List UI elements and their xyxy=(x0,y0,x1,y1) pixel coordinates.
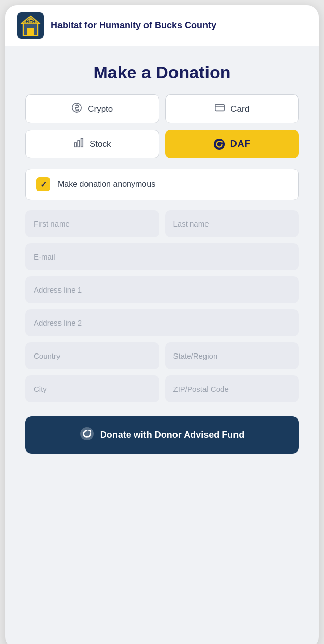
svg-rect-15 xyxy=(81,139,83,147)
svg-rect-13 xyxy=(75,143,77,147)
svg-rect-3 xyxy=(27,28,34,36)
first-name-input[interactable] xyxy=(25,210,159,237)
city-input[interactable] xyxy=(25,375,159,402)
bitcoin-icon xyxy=(71,102,82,116)
chart-icon xyxy=(73,137,84,151)
page-title: Make a Donation xyxy=(25,62,299,82)
app-container: HFH Habitat for Humanity of Bucks County… xyxy=(5,5,319,644)
header: HFH Habitat for Humanity of Bucks County xyxy=(5,5,319,46)
crypto-button[interactable]: Crypto xyxy=(25,94,159,123)
check-icon: ✓ xyxy=(40,180,47,189)
submit-daf-icon xyxy=(80,427,94,443)
stock-label: Stock xyxy=(90,139,111,149)
daf-label: DAF xyxy=(230,139,251,149)
submit-label: Donate with Donor Advised Fund xyxy=(100,430,244,440)
svg-text:HFH: HFH xyxy=(26,19,36,24)
last-name-input[interactable] xyxy=(165,210,299,237)
svg-rect-14 xyxy=(78,140,80,147)
svg-rect-11 xyxy=(215,105,224,111)
payment-methods: Crypto Card xyxy=(25,94,299,158)
donation-form xyxy=(25,210,299,402)
svg-point-16 xyxy=(214,138,225,149)
crypto-label: Crypto xyxy=(87,104,113,114)
org-name: Habitat for Humanity of Bucks County xyxy=(51,20,216,31)
card-icon xyxy=(214,102,225,116)
city-zip-row xyxy=(25,375,299,402)
anonymous-toggle[interactable]: ✓ Make donation anonymous xyxy=(25,169,299,200)
zip-input[interactable] xyxy=(165,375,299,402)
anonymous-label: Make donation anonymous xyxy=(57,180,155,189)
name-row xyxy=(25,210,299,237)
stock-button[interactable]: Stock xyxy=(25,130,159,158)
daf-button[interactable]: DAF xyxy=(165,130,299,158)
svg-point-17 xyxy=(80,427,94,440)
address2-input[interactable] xyxy=(25,309,299,336)
card-label: Card xyxy=(230,104,249,114)
state-input[interactable] xyxy=(165,342,299,369)
country-state-row xyxy=(25,342,299,369)
org-logo: HFH xyxy=(17,12,44,39)
daf-icon xyxy=(213,138,225,150)
main-content: Make a Donation Crypto xyxy=(5,46,319,644)
card-button[interactable]: Card xyxy=(165,94,299,123)
email-input[interactable] xyxy=(25,243,299,270)
submit-button[interactable]: Donate with Donor Advised Fund xyxy=(25,416,299,454)
address1-input[interactable] xyxy=(25,276,299,303)
country-input[interactable] xyxy=(25,342,159,369)
anonymous-checkbox[interactable]: ✓ xyxy=(36,177,50,191)
